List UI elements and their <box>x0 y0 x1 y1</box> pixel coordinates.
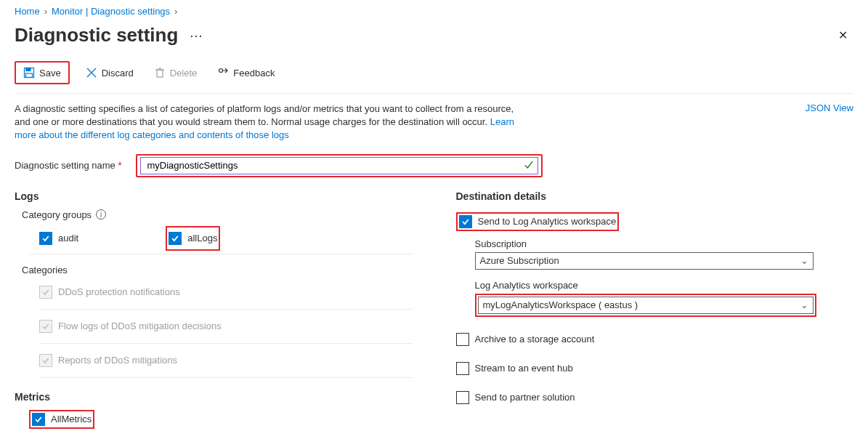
alllogs-checkbox[interactable] <box>169 232 182 245</box>
cat3-checkbox <box>39 354 52 367</box>
workspace-select[interactable]: myLogAnalyticsWorkspace ( eastus ) ⌄ <box>478 297 814 314</box>
svg-point-8 <box>219 69 223 73</box>
toolbar: Save Discard Delete Feedback <box>15 57 853 94</box>
partner-label[interactable]: Send to partner solution <box>475 392 575 403</box>
close-icon <box>86 67 97 78</box>
alllogs-label[interactable]: allLogs <box>187 233 217 243</box>
chevron-right-icon: › <box>44 6 47 17</box>
svg-rect-2 <box>26 73 33 78</box>
delete-button-label: Delete <box>170 68 198 78</box>
discard-button[interactable]: Discard <box>81 64 138 81</box>
description-body: A diagnostic setting specifies a list of… <box>15 103 514 127</box>
feedback-button[interactable]: Feedback <box>213 64 279 81</box>
cat3-label: Reports of DDoS mitigations <box>58 355 177 366</box>
check-icon <box>524 159 534 172</box>
breadcrumb-monitor[interactable]: Monitor | Diagnostic settings <box>52 6 170 17</box>
cat2-checkbox <box>39 320 52 333</box>
cat1-checkbox <box>39 286 52 299</box>
feedback-button-label: Feedback <box>233 68 275 78</box>
logs-column: Logs Category groups i audit allLogs Cat… <box>15 190 413 429</box>
eventhub-label[interactable]: Stream to an event hub <box>475 363 573 374</box>
chevron-right-icon: › <box>174 6 177 17</box>
more-menu-button[interactable]: ⋯ <box>185 28 208 44</box>
svg-rect-5 <box>157 70 163 77</box>
cat1-label: DDoS protection notifications <box>58 286 180 297</box>
eventhub-checkbox[interactable] <box>456 362 469 375</box>
feedback-icon <box>217 67 229 78</box>
destination-heading: Destination details <box>456 190 854 202</box>
subscription-label: Subscription <box>475 238 854 249</box>
workspace-value: myLogAnalyticsWorkspace ( eastus ) <box>483 299 638 310</box>
storage-checkbox[interactable] <box>456 333 469 346</box>
subscription-value: Azure Subscription <box>480 255 559 266</box>
law-label[interactable]: Send to Log Analytics workspace <box>478 216 617 227</box>
save-button[interactable]: Save <box>19 64 65 81</box>
save-icon <box>23 67 35 78</box>
workspace-label: Log Analytics workspace <box>475 280 854 291</box>
audit-label[interactable]: audit <box>58 233 78 243</box>
allmetrics-label[interactable]: AllMetrics <box>51 414 92 424</box>
logs-heading: Logs <box>15 190 413 202</box>
json-view-link[interactable]: JSON View <box>806 102 853 113</box>
name-label: Diagnostic setting name * <box>15 160 121 171</box>
audit-checkbox[interactable] <box>39 232 52 245</box>
law-checkbox[interactable] <box>459 215 472 228</box>
breadcrumb: Home › Monitor | Diagnostic settings › <box>15 0 853 20</box>
discard-button-label: Discard <box>102 68 134 78</box>
partner-checkbox[interactable] <box>456 391 469 404</box>
title-row: Diagnostic setting ⋯ ✕ <box>15 20 853 57</box>
destination-column: Destination details Send to Log Analytic… <box>456 190 854 429</box>
page-title: Diagnostic setting <box>15 24 178 47</box>
category-groups-heading: Category groups i <box>22 209 413 220</box>
breadcrumb-home[interactable]: Home <box>15 6 40 17</box>
close-button[interactable]: ✕ <box>832 25 853 45</box>
subscription-select[interactable]: Azure Subscription ⌄ <box>475 252 814 270</box>
description-text: A diagnostic setting specifies a list of… <box>15 102 523 142</box>
delete-button: Delete <box>150 64 202 81</box>
categories-heading: Categories <box>22 265 413 275</box>
cat2-label: Flow logs of DDoS mitigation decisions <box>58 321 222 331</box>
info-icon[interactable]: i <box>96 209 106 220</box>
storage-label[interactable]: Archive to a storage account <box>475 334 595 345</box>
trash-icon <box>154 67 166 78</box>
svg-rect-1 <box>26 68 31 71</box>
save-button-label: Save <box>39 68 61 78</box>
allmetrics-checkbox[interactable] <box>32 413 45 426</box>
diagnostic-name-input[interactable] <box>140 157 538 174</box>
metrics-heading: Metrics <box>15 391 413 403</box>
chevron-down-icon: ⌄ <box>800 255 808 266</box>
chevron-down-icon: ⌄ <box>800 299 808 310</box>
